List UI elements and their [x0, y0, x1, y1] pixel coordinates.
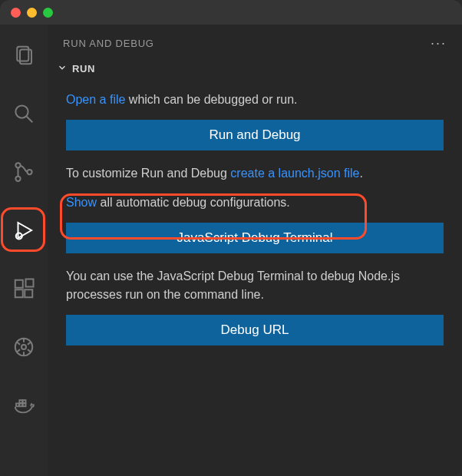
show-config-line: Show all automatic debug configurations. — [66, 193, 444, 212]
remote-icon[interactable] — [2, 326, 45, 369]
sidebar-title: RUN AND DEBUG — [63, 38, 154, 49]
show-config-link[interactable]: Show — [66, 196, 97, 209]
open-file-suffix: which can be debugged or run. — [125, 93, 297, 106]
minimize-window-button[interactable] — [27, 8, 37, 18]
svg-rect-21 — [19, 400, 22, 403]
open-file-line: Open a file which can be debugged or run… — [66, 91, 444, 109]
explorer-icon[interactable] — [2, 34, 45, 77]
run-section-header[interactable]: RUN — [48, 59, 462, 83]
run-debug-icon[interactable] — [2, 209, 45, 252]
run-and-debug-button[interactable]: Run and Debug — [66, 120, 444, 150]
svg-line-3 — [27, 117, 33, 123]
titlebar — [0, 0, 462, 25]
customize-suffix: . — [359, 167, 362, 180]
customize-line: To customize Run and Debug create a laun… — [66, 164, 444, 183]
js-debug-terminal-button[interactable]: JavaScript Debug Terminal — [66, 223, 444, 253]
run-panel-content: Open a file which can be debugged or run… — [48, 83, 462, 345]
more-actions-button[interactable]: ··· — [431, 35, 447, 51]
sidebar-header: RUN AND DEBUG ··· — [48, 31, 462, 59]
run-section-label: RUN — [72, 63, 95, 74]
svg-line-11 — [21, 238, 21, 239]
svg-rect-22 — [23, 400, 26, 403]
run-debug-sidebar: RUN AND DEBUG ··· RUN Open a file which … — [48, 25, 462, 476]
main-area: RUN AND DEBUG ··· RUN Open a file which … — [0, 25, 462, 476]
activity-bar — [0, 25, 48, 476]
chevron-down-icon — [57, 62, 68, 75]
search-icon[interactable] — [2, 92, 45, 135]
svg-point-5 — [15, 177, 20, 181]
svg-rect-20 — [23, 404, 26, 407]
svg-rect-18 — [16, 404, 19, 407]
svg-rect-13 — [15, 289, 23, 297]
svg-point-4 — [15, 163, 20, 167]
js-terminal-desc: You can use the JavaScript Debug Termina… — [66, 267, 444, 304]
svg-point-2 — [15, 105, 28, 117]
scm-icon[interactable] — [2, 150, 45, 193]
svg-point-6 — [27, 170, 31, 174]
maximize-window-button[interactable] — [43, 8, 53, 18]
debug-url-button[interactable]: Debug URL — [66, 315, 444, 345]
vscode-window: RUN AND DEBUG ··· RUN Open a file which … — [0, 0, 462, 476]
svg-line-10 — [17, 233, 18, 234]
show-config-suffix: all automatic debug configurations. — [97, 196, 290, 209]
create-launch-json-link[interactable]: create a launch.json file — [230, 167, 359, 180]
extensions-icon[interactable] — [2, 267, 45, 310]
svg-rect-12 — [15, 280, 23, 288]
svg-point-17 — [21, 345, 26, 349]
close-window-button[interactable] — [11, 8, 21, 18]
docker-icon[interactable] — [2, 384, 45, 427]
svg-rect-15 — [26, 279, 34, 287]
svg-rect-14 — [25, 289, 32, 297]
open-file-link[interactable]: Open a file — [66, 93, 125, 106]
svg-rect-19 — [19, 404, 22, 407]
customize-prefix: To customize Run and Debug — [66, 167, 230, 180]
